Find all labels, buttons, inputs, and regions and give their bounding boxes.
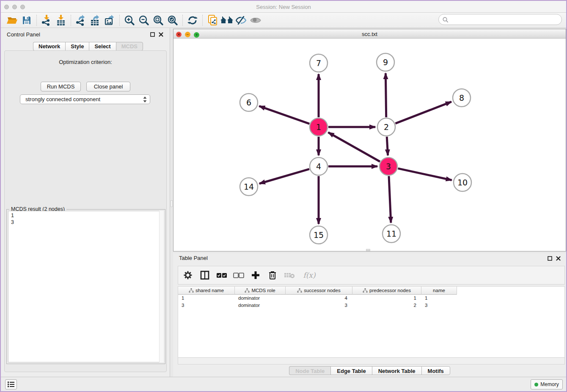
mcds-result-textarea[interactable]: 13 bbox=[8, 211, 164, 362]
zoom-in-button[interactable] bbox=[122, 14, 137, 27]
toolbar-separator bbox=[182, 15, 183, 26]
run-mcds-button[interactable]: Run MCDS bbox=[41, 82, 81, 91]
control-tab-mcds[interactable]: MCDS bbox=[116, 42, 143, 51]
column-header-label: predecessor nodes bbox=[369, 288, 411, 293]
import-table-button[interactable] bbox=[54, 14, 68, 27]
table-tab-edge-table[interactable]: Edge Table bbox=[330, 366, 372, 375]
column-header-name[interactable]: name bbox=[421, 287, 457, 295]
column-header-shared-name[interactable]: shared name bbox=[178, 287, 235, 295]
export-network-button[interactable] bbox=[74, 14, 88, 27]
show-all-button[interactable] bbox=[248, 14, 263, 27]
column-header-successor-nodes[interactable]: successor nodes bbox=[286, 287, 352, 295]
column-header-MCDS-role[interactable]: MCDS role bbox=[235, 287, 286, 295]
close-panel-icon[interactable] bbox=[158, 32, 164, 37]
table-row[interactable]: 3dominator323 bbox=[178, 302, 564, 309]
graph-edge-2-8[interactable] bbox=[395, 102, 451, 123]
search-input[interactable] bbox=[451, 15, 561, 24]
delete-table-icon bbox=[284, 272, 295, 279]
houses-icon bbox=[220, 15, 234, 25]
close-panel-button[interactable]: Close panel bbox=[86, 82, 130, 91]
table-panel-title: Table Panel bbox=[179, 255, 208, 261]
table-cell: 1 bbox=[421, 295, 457, 302]
refresh-layout-button[interactable] bbox=[185, 14, 200, 27]
network-window: ✕−＋ scc.txt 7968124314101511 bbox=[173, 29, 566, 251]
mcds-result-line: 1 bbox=[11, 212, 161, 219]
graph-edge-2-3[interactable] bbox=[387, 137, 388, 155]
search-box[interactable] bbox=[438, 14, 562, 25]
memory-button[interactable]: Memory bbox=[531, 379, 563, 389]
function-builder-button[interactable]: f(x) bbox=[301, 269, 318, 281]
column-header-predecessor-nodes[interactable]: predecessor nodes bbox=[352, 287, 421, 295]
table-header-row: shared nameMCDS rolesuccessor nodesprede… bbox=[178, 287, 564, 295]
control-panel-tabs: NetworkStyleSelectMCDS bbox=[33, 42, 143, 51]
graph-edge-3-10[interactable] bbox=[398, 168, 451, 180]
columns-icon bbox=[200, 270, 210, 280]
mcds-result-group: MCDS result (2 nodes) 13 bbox=[6, 209, 165, 364]
toolbar-separator bbox=[119, 15, 120, 26]
node-table: shared nameMCDS rolesuccessor nodesprede… bbox=[178, 286, 565, 357]
table-body: 1dominator4113dominator323 bbox=[178, 295, 564, 309]
app-title: Session: New Session bbox=[1, 4, 566, 10]
column-header-label: MCDS role bbox=[251, 288, 275, 293]
table-tab-network-table[interactable]: Network Table bbox=[372, 366, 421, 375]
shared-column-icon bbox=[297, 288, 302, 293]
table-scrollbar[interactable] bbox=[178, 357, 565, 364]
control-tab-style[interactable]: Style bbox=[65, 42, 89, 51]
column-header-label: successor nodes bbox=[304, 288, 340, 293]
import-network-button[interactable] bbox=[39, 14, 54, 27]
panel-divider-grip[interactable] bbox=[171, 200, 173, 207]
add-column-button[interactable] bbox=[250, 269, 261, 281]
deselect-all-columns-button[interactable] bbox=[233, 269, 244, 281]
zoom-selected-button[interactable] bbox=[165, 14, 180, 27]
table-tab-motifs[interactable]: Motifs bbox=[421, 366, 450, 375]
toolbar-separator bbox=[71, 15, 71, 26]
checked-boxes-icon bbox=[216, 273, 227, 278]
import-network-icon bbox=[41, 14, 52, 26]
result-scrollbar[interactable] bbox=[159, 211, 164, 362]
zoom-out-button[interactable] bbox=[137, 14, 151, 27]
graph-edge-1-6[interactable] bbox=[259, 106, 310, 124]
shared-column-icon bbox=[189, 288, 194, 293]
float-panel-icon[interactable] bbox=[150, 32, 155, 37]
open-session-button[interactable] bbox=[5, 14, 19, 27]
graph-edge-3-11[interactable] bbox=[389, 176, 391, 223]
network-canvas[interactable]: 7968124314101511 bbox=[173, 39, 566, 251]
save-session-button[interactable] bbox=[19, 14, 34, 27]
table-cell: dominator bbox=[235, 302, 286, 309]
fx-icon: f(x) bbox=[303, 271, 315, 279]
table-tab-node-table[interactable]: Node Table bbox=[289, 366, 330, 375]
table-cell: 4 bbox=[286, 295, 352, 302]
graph-node-label: 4 bbox=[316, 162, 321, 171]
table-cell: 3 bbox=[421, 302, 457, 309]
table-settings-button[interactable] bbox=[182, 269, 193, 281]
close-panel-icon[interactable] bbox=[556, 256, 561, 261]
table-toolbar: f(x) bbox=[178, 266, 565, 284]
graph-edge-3-1[interactable] bbox=[328, 133, 380, 162]
list-icon bbox=[7, 381, 15, 388]
optimization-criterion-dropdown[interactable]: strongly connected component bbox=[20, 94, 150, 104]
graph-edge-4-14[interactable] bbox=[259, 169, 309, 183]
task-history-button[interactable] bbox=[5, 379, 17, 389]
first-neighbors-button[interactable] bbox=[220, 14, 234, 27]
canvas-scrollbar-grip[interactable] bbox=[366, 249, 370, 251]
control-tab-select[interactable]: Select bbox=[89, 42, 116, 51]
zoom-fit-button[interactable] bbox=[151, 14, 165, 27]
control-panel: Control Panel NetworkStyleSelectMCDS Opt… bbox=[1, 28, 170, 378]
table-row[interactable]: 1dominator411 bbox=[178, 295, 564, 302]
gear-icon bbox=[183, 271, 193, 280]
delete-column-button[interactable] bbox=[267, 269, 278, 281]
hide-selected-button[interactable] bbox=[234, 14, 248, 27]
export-image-button[interactable] bbox=[102, 14, 117, 27]
delete-table-button[interactable] bbox=[284, 269, 295, 281]
select-all-columns-button[interactable] bbox=[216, 269, 227, 281]
float-panel-icon[interactable] bbox=[547, 256, 553, 261]
graph-edge-2-9[interactable] bbox=[385, 73, 386, 117]
control-tab-network[interactable]: Network bbox=[33, 42, 65, 51]
column-layout-button[interactable] bbox=[199, 269, 210, 281]
table-cell: 3 bbox=[178, 302, 235, 309]
zoom-in-icon bbox=[124, 15, 135, 26]
clone-network-button[interactable] bbox=[205, 14, 220, 27]
export-table-button[interactable] bbox=[88, 14, 102, 27]
shared-column-icon bbox=[245, 288, 250, 293]
unchecked-boxes-icon bbox=[233, 273, 244, 278]
